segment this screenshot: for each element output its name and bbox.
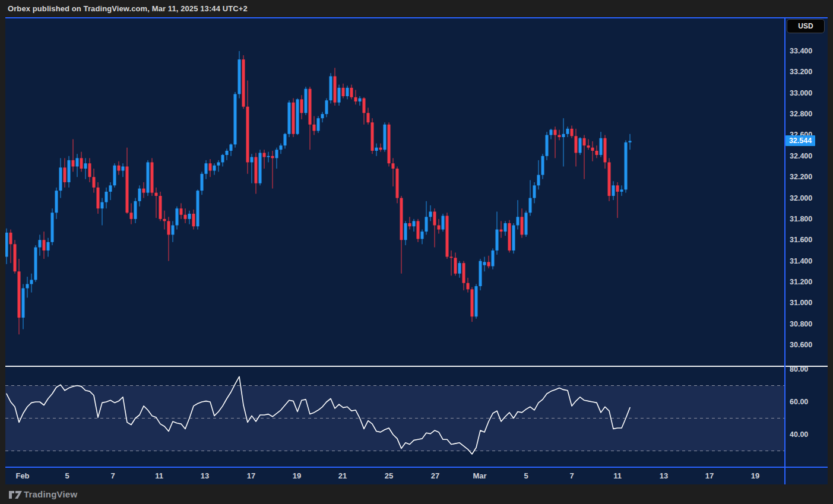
currency-button[interactable]: USD [787,19,825,33]
candle [309,89,312,125]
rsi-pane[interactable] [5,367,785,467]
price-tick-label: 32.000 [790,194,812,202]
candle [47,242,50,251]
tradingview-logo-icon[interactable] [8,489,23,503]
time-tick-label: 13 [660,471,668,480]
time-tick-label: 7 [569,471,574,480]
time-axis-border [5,467,828,468]
price-tick-label: 31.400 [790,257,812,265]
candle [566,129,569,134]
candle [550,130,553,135]
candle [620,189,623,192]
candle [284,134,287,145]
candle [197,191,199,226]
candle [625,142,628,190]
candle [22,289,25,318]
candle [188,214,191,219]
candle [612,185,615,196]
candle [159,196,162,219]
time-axis[interactable]: Feb5711131719212527Mar5711131719 [5,468,828,484]
candle [575,136,578,153]
time-tick-label: 27 [431,471,439,480]
candle [68,160,71,182]
candle [463,263,465,283]
candle [246,107,249,163]
candle [142,189,145,193]
candle [546,135,549,156]
time-tick-label: 25 [385,471,393,480]
candle [147,162,150,192]
candle [517,217,520,225]
candle [14,244,17,271]
price-tick-label: 31.800 [790,215,812,223]
candle [600,138,603,155]
footer-bar: TradingView [0,484,833,504]
candle [388,125,391,163]
candle [263,153,266,157]
price-axis[interactable]: USD 32.544 33.40033.20033.00032.80032.60… [786,18,828,484]
candle [288,103,291,134]
time-tick-label: Feb [15,471,29,480]
time-tick-label: 5 [65,471,69,480]
candle [134,201,137,219]
candle [280,145,283,150]
candle [93,177,96,188]
candle [330,76,332,100]
candle [80,158,83,169]
candle [271,156,274,159]
candle [34,248,37,280]
time-tick-label: 19 [751,471,759,480]
candle [118,166,121,171]
time-tick-label: 11 [155,471,163,480]
candle [583,138,586,145]
candle [525,213,528,234]
price-tick-label: 30.600 [790,341,812,349]
published-chart-screenshot: Orbex published on TradingView.com, Mar … [0,0,833,504]
candle [97,188,100,208]
candle [255,157,258,183]
time-tick-label: 21 [338,471,347,480]
candle [213,166,216,171]
candle [400,198,403,240]
price-tick-label: 32.200 [790,173,812,181]
candle [429,212,432,217]
candle [596,151,598,155]
candle [471,289,474,316]
price-tick-label: 32.400 [790,152,812,160]
candle [354,97,357,102]
candle [417,221,420,239]
candle [384,125,387,150]
candle [554,130,557,135]
candle [591,148,594,151]
candle [479,261,482,286]
candle [442,216,445,230]
candle [608,162,611,196]
candle [84,163,87,169]
candle [176,208,179,225]
candle [483,262,486,265]
candle [105,192,108,202]
candle [26,284,29,288]
candle [467,283,470,290]
candle [338,88,341,103]
rsi-tick-label: 60.00 [790,398,808,406]
price-pane[interactable] [5,18,785,366]
price-tick-label: 31.000 [790,299,812,307]
candle [396,169,399,198]
candle [421,232,424,239]
candle [226,151,229,155]
candle [180,208,183,215]
candle [541,156,544,175]
candle [458,263,461,274]
candle [392,163,395,169]
candle [579,138,582,153]
candle [492,251,495,267]
candle [558,135,561,137]
candle [172,225,175,234]
candle [604,138,607,163]
candle [629,141,632,142]
tradingview-wordmark[interactable]: TradingView [24,489,77,499]
candle [72,160,75,167]
candle [433,212,436,226]
candle [475,286,478,316]
